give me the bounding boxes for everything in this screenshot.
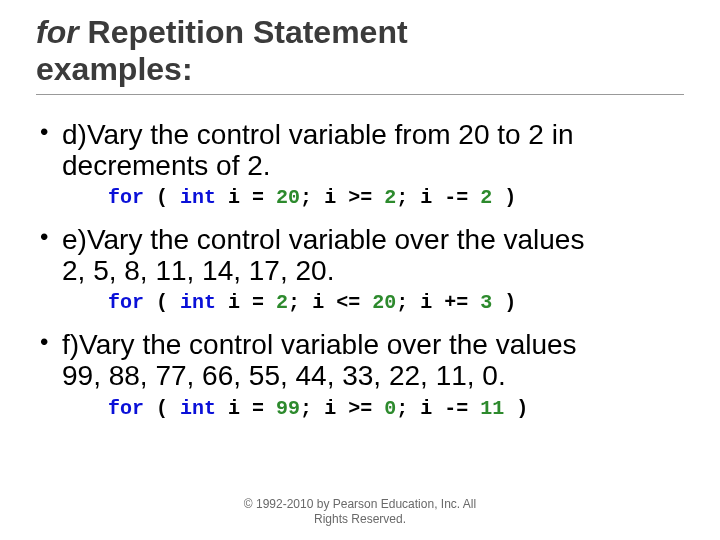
- semicolon: ;: [396, 291, 420, 314]
- lparen: (: [144, 186, 180, 209]
- number-step: 3: [480, 291, 492, 314]
- number-init: 20: [276, 186, 300, 209]
- title-italic-word: for: [36, 14, 79, 50]
- compare-op: >=: [336, 186, 384, 209]
- semicolon: ;: [300, 397, 324, 420]
- slide: for Repetition Statement examples: d)Var…: [0, 0, 720, 540]
- identifier: i: [324, 186, 336, 209]
- kw-int: int: [180, 291, 216, 314]
- item-description: e)Vary the control variable over the val…: [62, 224, 684, 287]
- list-item: e)Vary the control variable over the val…: [36, 224, 684, 315]
- item-description: d)Vary the control variable from 20 to 2…: [62, 119, 684, 182]
- assign-op: =: [240, 291, 276, 314]
- copyright-footer: © 1992-2010 by Pearson Education, Inc. A…: [0, 497, 720, 526]
- footer-line2: Rights Reserved.: [314, 512, 406, 526]
- number-limit: 0: [384, 397, 396, 420]
- identifier: i: [420, 186, 432, 209]
- number-step: 2: [480, 186, 492, 209]
- semicolon: ;: [396, 397, 420, 420]
- kw-for: for: [108, 397, 144, 420]
- identifier: i: [324, 397, 336, 420]
- identifier: i: [228, 291, 240, 314]
- semicolon: ;: [300, 186, 324, 209]
- number-limit: 20: [372, 291, 396, 314]
- number-init: 2: [276, 291, 288, 314]
- space: [216, 397, 228, 420]
- rparen: ): [492, 186, 516, 209]
- semicolon: ;: [396, 186, 420, 209]
- footer-line1: © 1992-2010 by Pearson Education, Inc. A…: [244, 497, 476, 511]
- desc-line1: e)Vary the control variable over the val…: [62, 224, 584, 255]
- item-description: f)Vary the control variable over the val…: [62, 329, 684, 392]
- compare-op: >=: [336, 397, 384, 420]
- step-op: +=: [432, 291, 480, 314]
- slide-title: for Repetition Statement examples:: [36, 14, 684, 95]
- kw-for: for: [108, 186, 144, 209]
- rparen: ): [504, 397, 528, 420]
- code-line: for ( int i = 20; i >= 2; i -= 2 ): [108, 187, 684, 209]
- kw-int: int: [180, 397, 216, 420]
- number-init: 99: [276, 397, 300, 420]
- space: [216, 186, 228, 209]
- list-item: f)Vary the control variable over the val…: [36, 329, 684, 420]
- rparen: ): [492, 291, 516, 314]
- title-rest-line1: Repetition Statement: [79, 14, 408, 50]
- lparen: (: [144, 291, 180, 314]
- kw-int: int: [180, 186, 216, 209]
- space: [216, 291, 228, 314]
- desc-line2: 2, 5, 8, 11, 14, 17, 20.: [62, 255, 334, 286]
- identifier: i: [228, 397, 240, 420]
- semicolon: ;: [288, 291, 312, 314]
- step-op: -=: [432, 397, 480, 420]
- bullet-list: d)Vary the control variable from 20 to 2…: [36, 119, 684, 420]
- code-line: for ( int i = 99; i >= 0; i -= 11 ): [108, 398, 684, 420]
- number-step: 11: [480, 397, 504, 420]
- desc-line2: decrements of 2.: [62, 150, 271, 181]
- number-limit: 2: [384, 186, 396, 209]
- title-line2: examples:: [36, 51, 193, 87]
- identifier: i: [420, 291, 432, 314]
- identifier: i: [228, 186, 240, 209]
- lparen: (: [144, 397, 180, 420]
- assign-op: =: [240, 186, 276, 209]
- identifier: i: [312, 291, 324, 314]
- list-item: d)Vary the control variable from 20 to 2…: [36, 119, 684, 210]
- code-line: for ( int i = 2; i <= 20; i += 3 ): [108, 292, 684, 314]
- step-op: -=: [432, 186, 480, 209]
- desc-line1: f)Vary the control variable over the val…: [62, 329, 577, 360]
- assign-op: =: [240, 397, 276, 420]
- kw-for: for: [108, 291, 144, 314]
- desc-line2: 99, 88, 77, 66, 55, 44, 33, 22, 11, 0.: [62, 360, 506, 391]
- desc-line1: d)Vary the control variable from 20 to 2…: [62, 119, 574, 150]
- identifier: i: [420, 397, 432, 420]
- compare-op: <=: [324, 291, 372, 314]
